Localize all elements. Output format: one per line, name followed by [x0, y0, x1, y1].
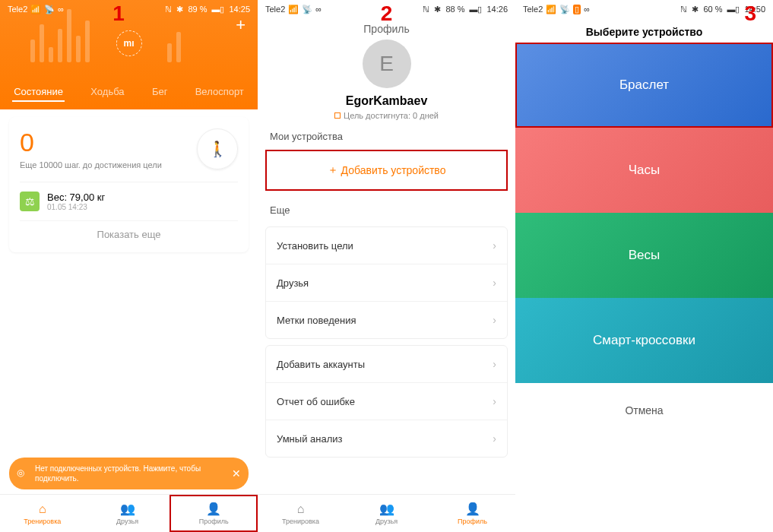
chevron-right-icon: › [493, 358, 496, 370]
tab-bike[interactable]: Велоспорт [194, 83, 246, 102]
battery-icon: ▬▯ [727, 5, 740, 14]
nav-friends[interactable]: 👥 Друзья [85, 495, 170, 532]
profile-header: Профиль E EgorKambaev Цель достигнута: 0… [258, 18, 515, 120]
avatar[interactable]: E [363, 40, 411, 88]
friends-icon: 👥 [379, 502, 394, 516]
steps-count: 0 [20, 128, 162, 157]
username: EgorKambaev [258, 94, 515, 108]
link-icon: ∞ [315, 5, 322, 14]
tab-status[interactable]: Состояние [12, 83, 65, 102]
walk-icon[interactable]: 🚶 [197, 128, 238, 169]
weight-label: Вес: 79,00 кг [47, 192, 105, 203]
step-number: 1 [112, 2, 125, 26]
status-bar: Tele2 📶 📡 ∞ ℕ ✱ 89 % ▬▯ 14:25 [0, 0, 258, 18]
plus-icon: ＋ [328, 163, 338, 177]
nav-friends[interactable]: 👥 Друзья [344, 495, 429, 532]
settings-list-2: Добавить аккаунты› Отчет об ошибке› Умны… [265, 345, 508, 458]
weight-date: 01.05 14:23 [47, 203, 105, 211]
phone-screen-1: 1 Tele2 📶 📡 ∞ ℕ ✱ 89 % ▬▯ 14:25 + mı [0, 0, 258, 532]
goal-label: Цель достигнута: 0 дней [258, 111, 515, 120]
list-item-tags[interactable]: Метки поведения› [266, 302, 507, 338]
home-icon: ⌂ [297, 502, 305, 516]
list-item-smart[interactable]: Умный анализ› [266, 420, 507, 457]
carrier-label: Tele2 [523, 5, 543, 14]
carrier-label: Tele2 [8, 5, 27, 14]
bottom-nav: ⌂ Тренировка 👥 Друзья 👤 Профиль [0, 494, 258, 532]
device-tile-shoes[interactable]: Смарт-кроссовки [515, 298, 773, 383]
broadcast-icon: ◎ [17, 467, 24, 480]
bluetooth-icon: ✱ [434, 5, 441, 14]
nav-label: Тренировка [282, 518, 319, 525]
phone-screen-2: 2 Tele2 📶 📡 ∞ ℕ ✱ 88 % ▬▯ 14:26 Профиль … [258, 0, 515, 532]
bottom-nav: ⌂ Тренировка 👥 Друзья 👤 Профиль [258, 494, 515, 532]
clock-label: 14:26 [486, 5, 508, 14]
close-icon[interactable]: ✕ [232, 467, 241, 480]
scale-icon: ⚖ [20, 192, 40, 211]
nav-training[interactable]: ⌂ Тренировка [0, 495, 85, 532]
wifi-icon: 📡 [302, 5, 312, 14]
activity-tabs: Состояние Ходьба Бег Велоспорт [0, 83, 258, 102]
bluetooth-icon: ✱ [692, 5, 699, 14]
link-icon: ∞ [584, 5, 590, 14]
wifi-icon: 📡 [559, 5, 570, 14]
list-item-accounts[interactable]: Добавить аккаунты› [266, 346, 507, 383]
home-header: Tele2 📶 📡 ∞ ℕ ✱ 89 % ▬▯ 14:25 + mı Состо… [0, 0, 258, 109]
wifi-icon: 📡 [44, 5, 55, 14]
friends-icon: 👥 [120, 502, 135, 516]
steps-goal-label: Еще 10000 шаг. до достижения цели [20, 160, 162, 169]
chevron-right-icon: › [493, 395, 496, 407]
step-number: 2 [381, 2, 393, 26]
link-icon: ∞ [58, 5, 64, 14]
nav-training[interactable]: ⌂ Тренировка [258, 495, 344, 532]
tab-walk[interactable]: Ходьба [89, 83, 125, 102]
signal-icon: 📶 [30, 5, 41, 14]
profile-icon: 👤 [206, 502, 221, 516]
list-item-goals[interactable]: Установить цели› [266, 227, 507, 264]
step-number: 3 [744, 2, 756, 26]
nav-label: Профиль [458, 518, 487, 525]
cancel-button[interactable]: Отмена [515, 383, 773, 438]
sim-icon: ▯ [573, 5, 581, 14]
more-label: Еще [258, 194, 515, 220]
phone-screen-3: 3 Tele2 📶 📡 ▯ ∞ ℕ ✱ 60 % ▬▯ 14:50 Выбери… [515, 0, 773, 532]
profile-icon: 👤 [465, 502, 480, 516]
battery-label: 60 % [703, 5, 722, 14]
battery-icon: ▬▯ [211, 5, 224, 14]
battery-label: 88 % [445, 5, 464, 14]
clock-label: 14:25 [229, 5, 250, 14]
steps-card: 0 Еще 10000 шаг. до достижения цели 🚶 ⚖ … [9, 117, 249, 252]
status-bar: Tele2 📶 📡 ▯ ∞ ℕ ✱ 60 % ▬▯ 14:50 [515, 0, 773, 18]
my-devices-label: Мои устройства [258, 120, 515, 147]
nfc-icon: ℕ [680, 5, 687, 14]
device-tile-watch[interactable]: Часы [515, 128, 773, 213]
list-item-friends[interactable]: Друзья› [266, 264, 507, 302]
page-title: Выберите устройство [515, 18, 773, 43]
battery-label: 89 % [188, 5, 207, 14]
nav-label: Друзья [116, 518, 138, 525]
chevron-right-icon: › [493, 277, 496, 289]
nfc-icon: ℕ [165, 5, 172, 14]
mi-logo: mı [116, 30, 142, 56]
home-icon: ⌂ [39, 502, 46, 516]
device-tile-bracelet[interactable]: Браслет [515, 43, 773, 128]
nav-label: Профиль [199, 518, 229, 525]
chevron-right-icon: › [493, 314, 496, 326]
show-more-button[interactable]: Показать еще [20, 220, 238, 242]
nav-profile[interactable]: 👤 Профиль [429, 495, 515, 532]
add-device-button[interactable]: ＋ Добавить устройство [265, 150, 508, 191]
chevron-right-icon: › [493, 432, 496, 445]
battery-icon: ▬▯ [469, 5, 482, 14]
tab-run[interactable]: Бег [150, 83, 169, 102]
device-tile-scale[interactable]: Весы [515, 213, 773, 298]
bluetooth-icon: ✱ [176, 5, 183, 14]
nav-profile[interactable]: 👤 Профиль [169, 495, 258, 532]
nfc-icon: ℕ [423, 5, 429, 14]
chevron-right-icon: › [493, 239, 496, 252]
nav-label: Тренировка [24, 518, 61, 525]
signal-icon: 📶 [288, 5, 299, 14]
nav-label: Друзья [375, 518, 398, 525]
signal-icon: 📶 [546, 5, 556, 14]
carrier-label: Tele2 [265, 5, 285, 14]
no-device-toast[interactable]: ◎ Нет подключенных устройств. Нажмите, ч… [9, 458, 249, 489]
list-item-report[interactable]: Отчет об ошибке› [266, 383, 507, 420]
